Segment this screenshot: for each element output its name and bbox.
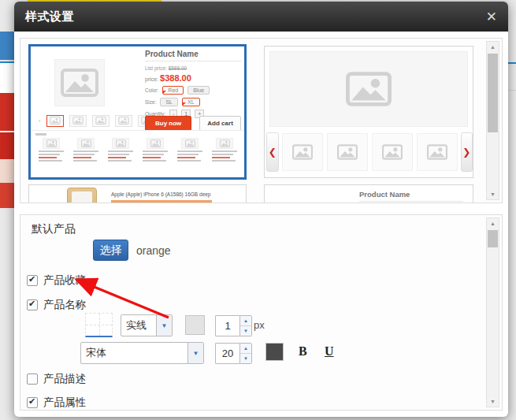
related-products-section [31,130,244,162]
iphone-product-image [67,188,97,203]
template-card-detail-2[interactable]: Product Name List price: $588.00 [264,184,473,203]
color-options-row: Color: Red Blue [145,86,241,95]
size-chip-xl: XL [182,98,200,106]
carousel-thumbnail [327,133,368,171]
gallery-carousel: ❮ ❯ [266,132,473,173]
checkbox-product-description[interactable] [27,374,38,385]
color-chip-red: Red [162,86,184,95]
border-color-swatch[interactable] [185,315,205,335]
settings-panel: 默认产品 选择 orange 产品收藏 产品名称 实线 ▼ 1 ▲ ▼ px 宋… [20,214,503,411]
background-page-content [0,159,14,183]
dialog-title: 样式设置 [14,9,74,24]
product-image-placeholder [54,59,105,106]
border-position-picker[interactable] [85,313,113,337]
select-product-button[interactable]: 选择 [93,240,128,261]
border-width-stepper[interactable]: 1 ▲ ▼ [215,315,252,336]
default-product-label: 默认产品 [32,222,76,236]
thumbnail [92,115,110,127]
background-page-banner [0,93,14,132]
px-unit-label: px [254,319,265,331]
related-product-card [210,137,239,162]
related-product-card [140,137,170,162]
font-size-input[interactable]: 20 [215,343,239,364]
background-page-banner [0,132,14,159]
action-buttons: Buy now Add cart [145,116,241,131]
template-card-iphone[interactable]: Apple (Apple) iPhone 6 (A1586) 16GB deep [28,184,247,203]
scroll-down-icon[interactable]: ▼ [487,396,499,407]
chevron-down-icon[interactable]: ▼ [156,315,172,336]
product-name: Product Name [359,190,463,202]
add-cart-button: Add cart [199,116,240,131]
prev-arrow-icon: ❮ [266,132,279,172]
list-price: List price: $588.00 [145,65,241,71]
product-name: Product Name [145,50,241,61]
checkbox-row-product-favorite[interactable]: 产品收藏 [27,273,86,288]
related-product-card [71,137,101,162]
related-product-card [36,137,66,162]
thumbnail-selected [46,115,64,127]
scroll-down-icon[interactable]: ▼ [487,189,499,199]
font-size-stepper[interactable]: 20 ▲ ▼ [215,343,252,364]
templates-scrollbar[interactable]: ▲ ▼ [486,41,499,200]
selected-product-value: orange [136,244,171,257]
iphone-product-title: Apple (Apple) iPhone 6 (A1586) 16GB deep [111,191,210,197]
spinner-down-icon[interactable]: ▼ [240,326,251,336]
thumbnail-strip: ‹ › [39,114,162,127]
template-preview-panel: ‹ › Product Name List price: $588.00 pri… [20,38,503,203]
thumbnail [115,115,132,127]
background-page-blue-line [508,62,516,64]
next-arrow-icon: ❯ [461,132,473,172]
price: price: $388.00 [145,73,241,83]
related-product-card [106,137,135,162]
image-placeholder-icon [346,72,392,106]
font-color-swatch[interactable] [265,343,284,361]
settings-scrollbar[interactable]: ▲ ▼ [486,217,499,407]
template-card-gallery[interactable]: ❮ ❯ [264,46,473,178]
checkbox-row-product-attributes[interactable]: 产品属性 [27,396,86,410]
background-page-banner [0,183,14,208]
spinner-up-icon[interactable]: ▲ [240,344,251,354]
background-page-white [0,63,14,93]
scrollbar-thumb[interactable] [488,54,498,132]
background-page-divider [508,90,516,91]
font-family-select[interactable]: 宋体 ▼ [80,342,204,364]
chevron-down-icon[interactable]: ▼ [187,343,203,363]
related-section-label [35,133,46,136]
carousel-thumbnail [372,133,413,171]
checkbox-product-attributes[interactable] [27,397,38,408]
size-chip-sl: SL [160,98,178,106]
spinner-up-icon[interactable]: ▲ [240,316,251,326]
checkbox-row-product-description[interactable]: 产品描述 [27,372,86,386]
thumb-prev-icon: ‹ [39,117,41,125]
border-style-select[interactable]: 实线 ▼ [121,314,173,336]
buy-now-button: Buy now [145,116,191,131]
style-settings-dialog: 样式设置 ✕ ‹ › Product Name List price: [14,2,508,417]
bold-button[interactable]: B [299,344,307,359]
iphone-price-line [111,200,212,203]
scrollbar-thumb[interactable] [488,230,498,247]
color-chip-blue: Blue [187,86,210,95]
background-page-blue-block [0,32,14,60]
carousel-thumbnail [417,133,458,171]
product-info-column: Product Name List price: $588.00 price: … [145,50,241,118]
gallery-image-placeholder [269,51,468,127]
close-icon[interactable]: ✕ [486,10,497,24]
scroll-up-icon[interactable]: ▲ [487,42,499,52]
related-product-card [175,137,205,162]
scroll-up-icon[interactable]: ▲ [487,218,499,229]
checkbox-row-product-name[interactable]: 产品名称 [27,298,86,312]
dialog-header: 样式设置 ✕ [14,2,508,32]
image-placeholder-icon [61,69,98,97]
underline-button[interactable]: U [325,344,334,359]
thumbnail [69,115,87,127]
checkbox-product-favorite[interactable] [27,275,38,286]
carousel-thumbnail [282,133,323,171]
template-card-product-detail[interactable]: ‹ › Product Name List price: $588.00 pri… [28,44,247,180]
checkbox-product-name[interactable] [27,299,38,310]
size-options-row: Size: SL XL [145,98,241,106]
spinner-down-icon[interactable]: ▼ [240,354,251,363]
border-width-input[interactable]: 1 [215,315,239,336]
